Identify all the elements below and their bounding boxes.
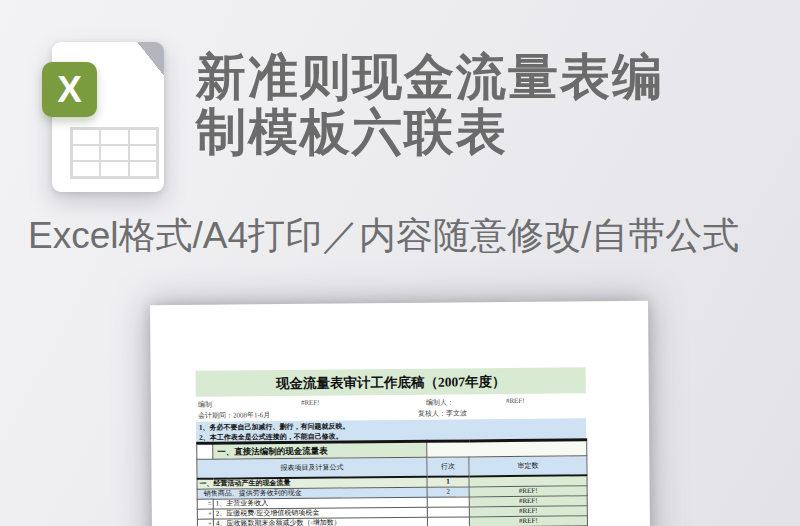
prepared-value: #REF!	[301, 399, 320, 407]
sheet-title: 现金流量表审计工作底稿（2007年度）	[196, 367, 586, 396]
section-op-cell	[197, 443, 213, 459]
reviewer-label: 复核人：李文波	[418, 408, 467, 418]
col-header-line-no: 行次	[427, 457, 469, 477]
period-label: 会计期间：2008年1-6月	[198, 410, 270, 421]
prepared-label: 编制	[198, 400, 212, 410]
section-right-cell	[427, 440, 587, 457]
document-preview: 现金流量表审计工作底稿（2007年度） 编制 #REF! 编制人： #REF! …	[150, 301, 651, 526]
title-line-1: 新准则现金流量表编	[196, 49, 664, 105]
preparer-label: 编制人：	[426, 398, 454, 408]
cash-flow-table: 一、直接法编制的现金流量表 报表项目及计算公式 行次 审定数 一、经营活动产生的…	[196, 438, 588, 526]
cell-line: 1	[427, 476, 469, 487]
excel-x-icon: X	[42, 62, 97, 117]
col-header-audited: 审定数	[469, 456, 587, 477]
section-title: 一、直接法编制的现金流量表	[213, 441, 427, 459]
excel-file-icon: X	[52, 42, 164, 192]
cell-line	[427, 517, 469, 526]
title-line-2: 制模板六联表	[196, 104, 508, 160]
col-header-item: 报表项目及计算公式	[197, 457, 427, 479]
excel-x-letter: X	[57, 69, 82, 111]
cell-op: +	[197, 519, 213, 526]
cell-op: =	[197, 499, 213, 509]
cell-line	[427, 507, 469, 517]
cell-line	[427, 497, 469, 507]
page-fold-corner-icon	[137, 42, 164, 76]
cell-item: 4、应收账款期末余额减少数（-增加数）	[213, 517, 427, 526]
template-title: 新准则现金流量表编制模板六联表	[196, 50, 664, 160]
cell-value: #REF!	[469, 516, 587, 526]
sheet-meta: 编制 #REF! 编制人： #REF! 会计期间：2008年1-6月 复核人：李…	[196, 395, 586, 421]
cell-line: 2	[427, 487, 469, 497]
cell-op: +	[197, 509, 213, 519]
preparer-value: #REF!	[506, 397, 525, 405]
spreadsheet-grid-icon	[70, 127, 159, 179]
template-subtitle: Excel格式/A4打印／内容随意修改/自带公式	[28, 211, 739, 261]
